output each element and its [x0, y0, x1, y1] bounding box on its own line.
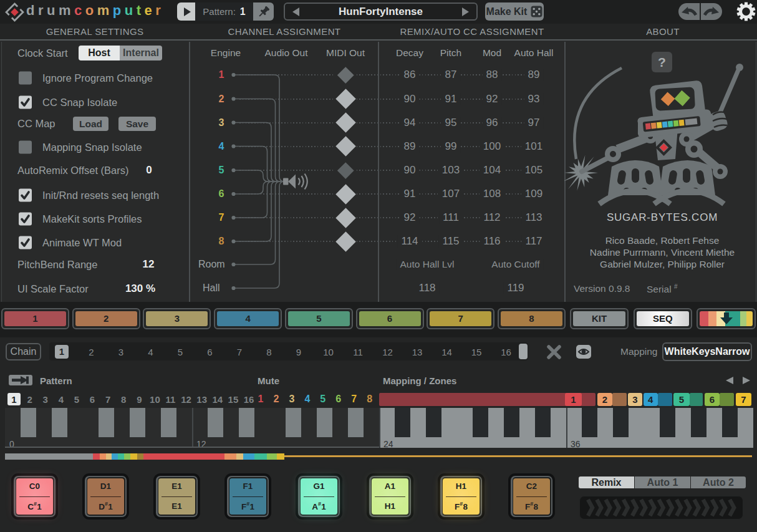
black-key[interactable] [473, 408, 488, 438]
chain-step[interactable]: 12 [382, 346, 393, 357]
cc-value[interactable]: 105 [521, 164, 546, 177]
checkbox-cc-snap-isolate[interactable] [19, 95, 32, 109]
mute-number-4[interactable]: 4 [304, 394, 310, 405]
chain-step[interactable]: 8 [266, 346, 271, 357]
cc-value[interactable]: 91 [400, 188, 420, 200]
pad-a1[interactable]: A1H1 [367, 473, 413, 520]
auto-hall-lvl-value[interactable]: 118 [415, 282, 439, 294]
black-key[interactable] [52, 408, 67, 438]
midi-diamond-slot[interactable] [334, 159, 357, 181]
cc-value[interactable]: 88 [483, 69, 502, 81]
play-button[interactable] [177, 2, 195, 21]
import-pattern-button[interactable] [697, 308, 756, 329]
cc-value[interactable]: 101 [521, 140, 546, 153]
black-key[interactable] [239, 408, 254, 438]
cc-value[interactable]: 96 [483, 117, 502, 129]
midi-diamond-slot[interactable] [334, 112, 357, 134]
pattern-step[interactable]: 3 [43, 394, 48, 405]
chain-step[interactable]: 14 [441, 346, 452, 357]
cc-value[interactable]: 94 [400, 117, 420, 129]
bank-button-3[interactable]: 3 [143, 308, 211, 329]
black-key[interactable] [317, 408, 332, 438]
bank-button-2[interactable]: 2 [72, 308, 140, 329]
pattern-step[interactable]: 2 [27, 394, 32, 405]
zone-label-1[interactable]: 1 [565, 393, 582, 406]
pin-button[interactable] [253, 2, 274, 21]
chain-step[interactable]: 11 [353, 346, 363, 357]
pattern-step[interactable]: 14 [212, 394, 223, 405]
tab-remix-auto-cc-assignment[interactable]: REMIX/AUTO CC ASSIGNMENT [400, 26, 544, 37]
ui-scale-value[interactable]: 130 % [125, 283, 155, 295]
cc-value[interactable]: 112 [480, 211, 504, 224]
cc-value[interactable]: 91 [441, 93, 461, 105]
pattern-step[interactable]: 9 [137, 394, 142, 405]
zone-label-5[interactable]: 5 [673, 393, 690, 406]
cc-value[interactable]: 86 [400, 69, 420, 81]
mute-number-2[interactable]: 2 [273, 394, 279, 405]
mute-number-6[interactable]: 6 [335, 394, 341, 405]
chain-button[interactable]: Chain [6, 343, 41, 360]
checkbox-animate-wt-mod[interactable] [19, 236, 32, 249]
make-kit-button[interactable]: Make Kit [485, 2, 544, 21]
black-key[interactable] [208, 408, 223, 438]
cc-value[interactable]: 107 [438, 188, 463, 200]
chain-step[interactable]: 2 [89, 346, 94, 357]
pattern-step[interactable]: 8 [121, 394, 126, 405]
cc-value[interactable]: 90 [400, 93, 420, 105]
clock-internal-option[interactable]: Internal [120, 46, 162, 60]
pattern-step[interactable]: 12 [181, 394, 191, 405]
serial-label[interactable]: Serial # [647, 283, 678, 295]
redo-button[interactable] [700, 3, 722, 20]
kit-button[interactable]: KIT [570, 308, 629, 329]
mode-auto-1[interactable]: Auto 1 [635, 476, 690, 488]
pattern-step[interactable]: 15 [228, 394, 239, 405]
chain-step-selected[interactable]: 1 [55, 345, 69, 359]
black-key[interactable] [426, 408, 441, 438]
black-key[interactable] [395, 408, 410, 438]
pad-h1[interactable]: H1F#8 [438, 473, 485, 520]
shift-chevron-bar[interactable] [579, 496, 743, 520]
black-key[interactable] [582, 408, 597, 438]
cc-value[interactable]: 111 [439, 211, 463, 224]
load-button[interactable]: Load [73, 117, 108, 131]
tab-about[interactable]: ABOUT [646, 26, 680, 37]
seq-button[interactable]: SEQ [634, 308, 693, 329]
cc-value[interactable]: 113 [521, 211, 546, 224]
pattern-step[interactable]: 13 [196, 394, 207, 405]
midi-diamond-slot[interactable] [334, 135, 357, 158]
close-icon[interactable] [547, 345, 561, 359]
cc-value[interactable]: 93 [524, 93, 544, 105]
checkbox-mapping-snap-isolate[interactable] [19, 140, 32, 153]
midi-diamond-slot[interactable] [334, 64, 357, 86]
auto-cutoff-value[interactable]: 119 [503, 282, 528, 294]
preset-selector[interactable]: HunFortyIntense [284, 2, 478, 21]
black-key[interactable] [722, 408, 738, 438]
midi-diamond-slot[interactable] [334, 88, 357, 110]
pattern-step[interactable]: 7 [105, 394, 110, 405]
bank-button-7[interactable]: 7 [427, 308, 494, 329]
pad-g1[interactable]: G1A#1 [296, 473, 342, 520]
cc-value[interactable]: 90 [400, 164, 420, 177]
bank-button-5[interactable]: 5 [285, 308, 353, 329]
cc-value[interactable]: 97 [524, 117, 544, 129]
cc-value[interactable]: 95 [441, 117, 461, 129]
black-key[interactable] [99, 408, 114, 438]
checkbox-makekit-sorts-profiles[interactable] [19, 212, 32, 225]
black-key[interactable] [21, 408, 36, 438]
cc-value[interactable]: 92 [400, 211, 420, 224]
zone-label-4[interactable]: 4 [644, 393, 658, 406]
cc-value[interactable]: 116 [480, 235, 504, 248]
autoremix-offset-value[interactable]: 0 [146, 164, 152, 177]
mode-remix[interactable]: Remix [579, 476, 634, 488]
cc-value[interactable]: 103 [438, 164, 463, 177]
black-key[interactable] [348, 408, 364, 438]
mute-number-3[interactable]: 3 [289, 394, 294, 405]
zone-label-3[interactable]: 3 [628, 393, 642, 406]
black-key[interactable] [161, 408, 176, 438]
preset-prev-icon[interactable] [292, 7, 299, 16]
pitchbend-range-value[interactable]: 12 [143, 258, 155, 271]
mute-number-8[interactable]: 8 [367, 394, 372, 405]
clock-start-toggle[interactable]: HostInternal [79, 46, 162, 60]
pattern-step[interactable]: 10 [150, 394, 160, 405]
mode-auto-2[interactable]: Auto 2 [691, 476, 746, 488]
